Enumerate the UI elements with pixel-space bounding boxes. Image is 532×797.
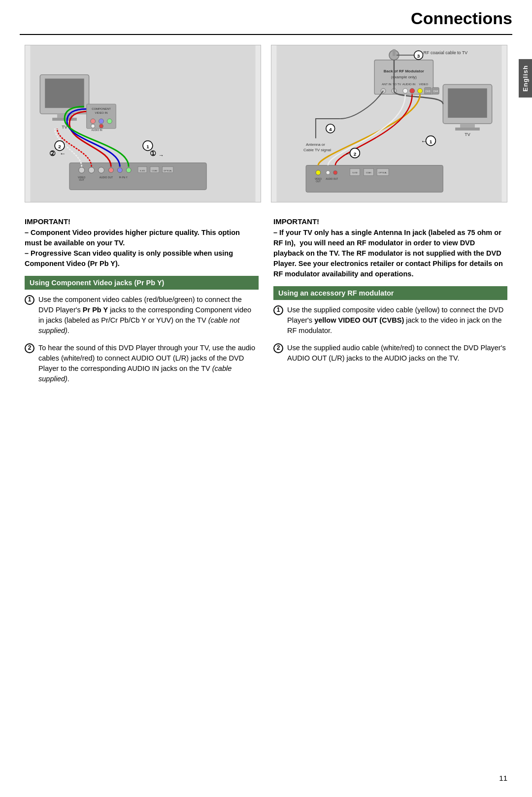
page-number: 11 (499, 774, 507, 782)
right-step-1-text: Use the supplied composite video cable (… (287, 305, 507, 336)
svg-text:2: 2 (354, 151, 357, 157)
right-step-list: 1 Use the supplied composite video cable… (273, 305, 507, 364)
svg-text:Cable TV signal: Cable TV signal (303, 148, 331, 152)
page-title: Connections (411, 9, 512, 28)
svg-text:TV: TV (465, 132, 470, 137)
svg-text:→: → (159, 152, 164, 158)
step-number-1: 1 (25, 295, 34, 305)
svg-point-34 (91, 119, 96, 124)
svg-text:3: 3 (417, 53, 420, 59)
svg-point-37 (91, 124, 95, 128)
right-step-2-text: Use the supplied audio cable (white/red)… (287, 343, 507, 364)
svg-text:ANT IN: ANT IN (382, 83, 391, 86)
left-section-header: Using Component Video jacks (Pr Pb Y) (25, 276, 259, 290)
svg-text:VIDEO IN: VIDEO IN (95, 111, 107, 114)
svg-point-56 (410, 88, 415, 93)
svg-text:Back of RF Modulator: Back of RF Modulator (384, 69, 424, 73)
svg-rect-63 (393, 49, 396, 56)
svg-text:S-VID: S-VID (352, 171, 358, 174)
svg-text:OUT: OUT (316, 180, 321, 183)
svg-text:AUDIO IN: AUDIO IN (402, 83, 415, 86)
left-step-1: 1 Use the component video cables (red/bl… (25, 295, 259, 336)
left-important-text: – Component Video provides higher pictur… (25, 228, 259, 269)
svg-text:AUDIO IN: AUDIO IN (92, 129, 102, 132)
page-header: Connections (0, 0, 532, 31)
right-step-number-2: 2 (273, 343, 283, 353)
svg-text:RF coaxial cable to TV: RF coaxial cable to TV (424, 50, 468, 55)
right-important-text: – If your TV only has a single Antenna I… (273, 228, 507, 279)
svg-point-55 (403, 88, 408, 93)
svg-text:CH4: CH4 (433, 90, 438, 93)
right-step-1: 1 Use the supplied composite video cable… (273, 305, 507, 336)
svg-point-12 (126, 167, 131, 172)
svg-point-35 (99, 119, 104, 124)
svg-text:(example only): (example only) (391, 75, 417, 79)
step-1-text: Use the component video cables (red/blue… (38, 295, 259, 336)
right-important-label: IMPORTANT! (273, 217, 507, 226)
svg-text:OPTICAL: OPTICAL (164, 169, 172, 172)
english-tab: English (519, 59, 532, 98)
right-step-2: 2 Use the supplied audio cable (white/re… (273, 343, 507, 364)
svg-text:➁: ➁ (50, 150, 56, 157)
svg-text:Antenna or: Antenna or (306, 142, 325, 147)
svg-text:1: 1 (430, 139, 432, 144)
svg-rect-44 (455, 128, 480, 131)
svg-point-8 (89, 167, 95, 173)
left-important-label: IMPORTANT! (25, 217, 259, 226)
svg-text:➀: ➀ (150, 150, 156, 157)
left-text-col: IMPORTANT! – Component Video provides hi… (25, 217, 259, 391)
svg-point-7 (79, 167, 85, 173)
svg-rect-43 (460, 124, 475, 128)
text-columns: IMPORTANT! – Component Video provides hi… (25, 217, 507, 391)
svg-text:CH3: CH3 (426, 90, 431, 93)
svg-text:Pr Pb Y: Pr Pb Y (119, 176, 128, 179)
svg-rect-2 (45, 79, 84, 108)
svg-text:AUDIO OUT: AUDIO OUT (100, 176, 113, 179)
step-2-text: To hear the sound of this DVD Player thr… (38, 343, 259, 384)
rf-modulator-diagram: TV Back of RF Modulator (example only) A… (271, 45, 507, 202)
component-video-diagram: TV VIDEO OUT AUDIO OUT Pr Pb Y S-VID (25, 45, 261, 202)
svg-point-36 (107, 119, 112, 124)
svg-point-77 (333, 170, 337, 174)
svg-text:S-VID: S-VID (140, 169, 145, 172)
left-step-2: 2 To hear the sound of this DVD Player t… (25, 343, 259, 384)
right-section-header: Using an accessory RF modulator (273, 286, 507, 300)
svg-text:COAX: COAX (366, 171, 372, 174)
svg-point-9 (99, 167, 104, 173)
left-step-list: 1 Use the component video cables (red/bl… (25, 295, 259, 384)
svg-text:2: 2 (58, 144, 61, 149)
svg-text:OPTICAL: OPTICAL (379, 171, 388, 174)
svg-point-11 (117, 167, 122, 172)
svg-point-10 (108, 167, 113, 172)
diagrams-row: TV VIDEO OUT AUDIO OUT Pr Pb Y S-VID (25, 45, 507, 202)
svg-text:COAX: COAX (152, 169, 158, 172)
right-step-number-1: 1 (273, 305, 283, 315)
main-content: TV VIDEO OUT AUDIO OUT Pr Pb Y S-VID (0, 35, 532, 401)
svg-text:COMPONENT: COMPONENT (92, 107, 111, 110)
svg-point-38 (100, 124, 103, 128)
svg-text:OUT: OUT (79, 179, 84, 181)
svg-point-75 (316, 170, 321, 175)
svg-point-57 (418, 88, 423, 93)
svg-text:1: 1 (146, 144, 149, 149)
svg-text:4: 4 (329, 127, 332, 132)
right-text-col: IMPORTANT! – If your TV only has a singl… (273, 217, 507, 391)
svg-point-76 (326, 170, 330, 174)
step-number-2: 2 (25, 343, 34, 353)
svg-text:VIDEO: VIDEO (419, 83, 429, 86)
svg-text:AUDIO OUT: AUDIO OUT (326, 178, 338, 180)
svg-rect-42 (448, 88, 487, 118)
